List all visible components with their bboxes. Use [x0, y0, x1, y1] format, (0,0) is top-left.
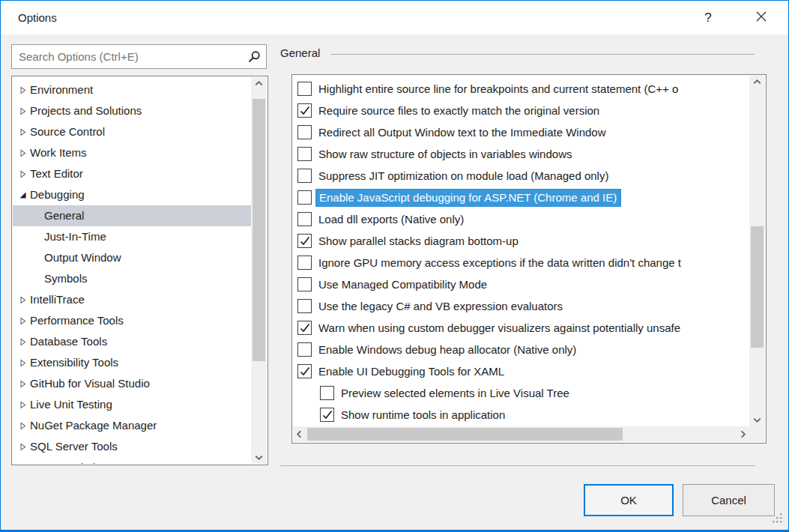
tree-collapsed-icon[interactable] [16, 105, 28, 117]
tree-item-symbols[interactable]: Symbols [13, 268, 251, 289]
tree-item-general[interactable]: General [13, 205, 251, 226]
search-icon[interactable] [247, 50, 261, 64]
tree-collapsed-icon[interactable] [16, 441, 28, 453]
tree-collapsed-icon[interactable] [16, 147, 28, 159]
tree-item-work-items[interactable]: Work Items [13, 142, 251, 163]
cancel-button[interactable]: Cancel [683, 484, 775, 516]
option-label[interactable]: Suppress JIT optimization on module load… [318, 169, 608, 182]
close-button[interactable] [752, 1, 771, 34]
scroll-left-icon[interactable] [293, 426, 306, 442]
checked-checkbox[interactable] [297, 321, 312, 335]
checked-checkbox[interactable] [297, 103, 312, 118]
unchecked-checkbox[interactable] [320, 386, 334, 400]
unchecked-checkbox[interactable] [297, 82, 312, 96]
option-label[interactable]: Require source files to exactly match th… [318, 104, 599, 117]
option-label[interactable]: Preview selected elements in Live Visual… [341, 387, 569, 399]
tree-collapsed-icon[interactable] [16, 84, 28, 96]
unchecked-checkbox[interactable] [297, 299, 312, 313]
option-label[interactable]: Redirect all Output Window text to the I… [318, 126, 606, 139]
tree-collapsed-icon[interactable] [16, 399, 28, 411]
tree-collapsed-icon[interactable] [16, 336, 28, 348]
list-horizontal-scrollbar[interactable] [293, 426, 749, 442]
scroll-down-icon[interactable] [749, 414, 765, 426]
unchecked-checkbox[interactable] [297, 342, 312, 357]
tree-item-text-editor[interactable]: Text Editor [13, 163, 251, 184]
option-row-load-dll-exports-native-only: Load dll exports (Native only) [293, 208, 749, 230]
option-row-show-parallel-stacks-diagram-bottom-up: Show parallel stacks diagram bottom-up [293, 230, 749, 252]
unchecked-checkbox[interactable] [297, 190, 312, 205]
option-label[interactable]: Enable Windows debug heap allocator (Nat… [318, 343, 576, 356]
checked-checkbox[interactable] [297, 234, 312, 248]
title-bar[interactable]: Options ? [1, 1, 788, 34]
tree-collapsed-icon[interactable] [16, 378, 28, 390]
buttons-separator [280, 465, 755, 466]
resize-grip-icon[interactable] [772, 513, 783, 526]
option-label[interactable]: Warn when using custom debugger visualiz… [318, 321, 680, 334]
tree-item-output-window[interactable]: Output Window [13, 247, 251, 268]
tree-item-projects-and-solutions[interactable]: Projects and Solutions [13, 100, 251, 121]
option-label[interactable]: Load dll exports (Native only) [318, 213, 464, 226]
option-label[interactable]: Show raw structure of objects in variabl… [318, 148, 572, 160]
option-label[interactable]: Use Managed Compatibility Mode [318, 278, 487, 291]
panel-header-rule [330, 54, 755, 55]
tree-collapsed-icon[interactable] [16, 126, 28, 138]
checked-checkbox[interactable] [297, 364, 312, 378]
unchecked-checkbox[interactable] [297, 212, 312, 226]
tree-collapsed-icon[interactable] [16, 420, 28, 432]
tree-item-github-for-visual-studio[interactable]: GitHub for Visual Studio [13, 373, 251, 394]
option-label[interactable]: Enable UI Debugging Tools for XAML [318, 365, 504, 378]
tree-item-label: Projects and Solutions [30, 100, 142, 121]
tree-collapsed-icon[interactable] [16, 462, 28, 464]
tree-item-performance-tools[interactable]: Performance Tools [13, 310, 251, 331]
list-vertical-scrollbar[interactable] [749, 76, 765, 426]
tree-item-label: NuGet Package Manager [30, 415, 157, 436]
scroll-down-icon[interactable] [251, 451, 267, 464]
tree-item-sql-server-tools[interactable]: SQL Server Tools [13, 436, 251, 457]
option-label[interactable]: Show parallel stacks diagram bottom-up [318, 235, 519, 247]
option-label[interactable]: Highlight entire source line for breakpo… [318, 82, 678, 95]
option-label-selected[interactable]: Enable JavaScript debugging for ASP.NET … [315, 189, 621, 207]
options-checkbox-rows: Highlight entire source line for breakpo… [293, 76, 749, 426]
scroll-up-icon[interactable] [251, 77, 267, 90]
tree-item-environment[interactable]: Environment [13, 79, 251, 100]
list-vscrollbar-thumb[interactable] [751, 226, 764, 348]
options-dialog: Options ? EnvironmentProjects and Soluti… [0, 0, 789, 532]
list-hscrollbar-thumb[interactable] [307, 428, 623, 441]
tree-item-debugging[interactable]: Debugging [13, 184, 251, 205]
search-box [11, 44, 267, 69]
search-input[interactable] [12, 45, 266, 68]
tree-vertical-scrollbar[interactable] [251, 77, 267, 464]
tree-collapsed-icon[interactable] [16, 168, 28, 180]
checked-checkbox[interactable] [320, 408, 334, 422]
unchecked-checkbox[interactable] [297, 169, 312, 183]
tree-collapsed-icon[interactable] [16, 294, 28, 306]
tree-item-intellitrace[interactable]: IntelliTrace [13, 289, 251, 310]
tree-collapsed-icon[interactable] [16, 315, 28, 327]
scroll-right-icon[interactable] [737, 426, 749, 442]
option-label[interactable]: Ignore GPU memory access exceptions if t… [318, 256, 681, 269]
option-label[interactable]: Show runtime tools in application [341, 408, 505, 421]
unchecked-checkbox[interactable] [297, 256, 312, 270]
tree-item-extensibility-tools[interactable]: Extensibility Tools [13, 352, 251, 373]
tree-item-live-unit-testing[interactable]: Live Unit Testing [13, 394, 251, 415]
ok-button[interactable]: OK [584, 484, 674, 516]
option-label[interactable]: Use the legacy C# and VB expression eval… [318, 300, 563, 312]
tree-item-label: Text Templating [30, 457, 108, 464]
tree-item-database-tools[interactable]: Database Tools [13, 331, 251, 352]
tree-item-source-control[interactable]: Source Control [13, 121, 251, 142]
tree-scrollbar-thumb[interactable] [253, 99, 265, 361]
unchecked-checkbox[interactable] [297, 125, 312, 139]
unchecked-checkbox[interactable] [297, 147, 312, 161]
option-row-use-the-legacy-c-and-vb-expression-evalu: Use the legacy C# and VB expression eval… [293, 295, 749, 317]
unchecked-checkbox[interactable] [297, 277, 312, 291]
tree-collapsed-icon[interactable] [16, 357, 28, 369]
options-tree-rows: EnvironmentProjects and SolutionsSource … [13, 77, 251, 464]
scroll-up-icon[interactable] [749, 76, 765, 88]
window-title: Options [18, 1, 57, 34]
tree-item-label: Database Tools [30, 331, 107, 352]
tree-item-just-in-time[interactable]: Just-In-Time [13, 226, 251, 247]
tree-expanded-icon[interactable] [16, 189, 28, 201]
tree-item-nuget-package-manager[interactable]: NuGet Package Manager [13, 415, 251, 436]
tree-item-text-templating[interactable]: Text Templating [13, 457, 251, 464]
help-button[interactable]: ? [698, 1, 718, 34]
